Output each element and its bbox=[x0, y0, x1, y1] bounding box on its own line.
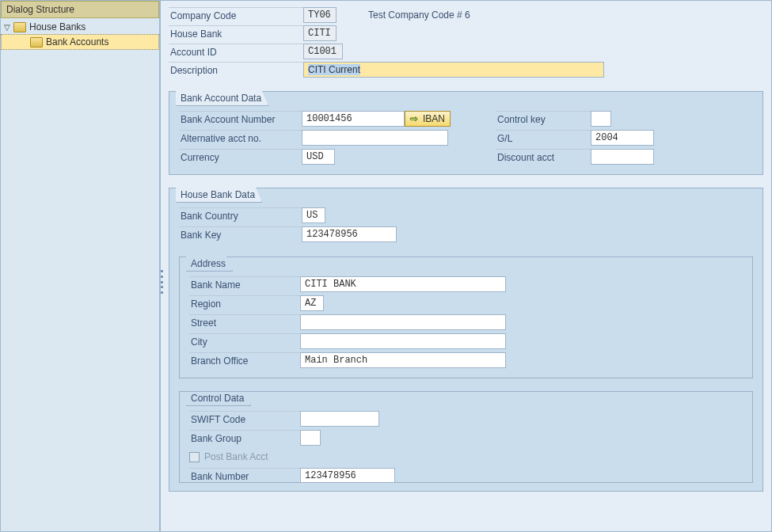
group-title: Bank Account Data bbox=[176, 91, 268, 106]
row-company-code: Company Code TY06 Test Company Code # 6 bbox=[169, 6, 763, 24]
bank-account-number-label: Bank Account Number bbox=[179, 111, 302, 127]
bank-name-label: Bank Name bbox=[189, 276, 300, 293]
app-container: Dialog Structure ▽ House Banks Bank Acco… bbox=[0, 0, 772, 532]
description-label: Description bbox=[169, 62, 303, 78]
swift-code-field[interactable] bbox=[300, 411, 379, 427]
bank-country-field[interactable]: US bbox=[302, 207, 325, 223]
alt-acct-label: Alternative acct no. bbox=[179, 130, 302, 146]
city-label: City bbox=[189, 333, 300, 350]
group-title: House Bank Data bbox=[176, 188, 262, 203]
alt-acct-field[interactable] bbox=[302, 130, 448, 146]
group-title: Control Data bbox=[186, 391, 251, 406]
bank-number-label: Bank Number bbox=[189, 468, 300, 484]
row-description: Description CITI Current bbox=[169, 61, 763, 78]
group-bank-account-data: Bank Account Data Bank Account Number 10… bbox=[169, 91, 763, 175]
discount-acct-label: Discount acct bbox=[496, 149, 591, 165]
group-house-bank-data: House Bank Data Bank Country US Bank Key… bbox=[169, 188, 763, 492]
bank-country-label: Bank Country bbox=[179, 207, 302, 224]
arrow-right-icon: ⇨ bbox=[410, 113, 418, 124]
control-key-label: Control key bbox=[496, 111, 591, 127]
bank-group-label: Bank Group bbox=[189, 430, 300, 446]
swift-code-label: SWIFT Code bbox=[189, 411, 300, 428]
company-code-label: Company Code bbox=[169, 7, 303, 24]
row-house-bank: House Bank CITI bbox=[169, 25, 763, 42]
region-label: Region bbox=[189, 295, 300, 312]
bank-account-number-field[interactable]: 10001456 bbox=[302, 111, 405, 127]
gl-field[interactable]: 2004 bbox=[591, 130, 654, 146]
street-label: Street bbox=[189, 314, 300, 331]
currency-label: Currency bbox=[179, 149, 302, 165]
post-bank-acct-checkbox[interactable] bbox=[189, 452, 200, 462]
description-field[interactable]: CITI Current bbox=[303, 62, 604, 78]
bank-key-field[interactable]: 123478956 bbox=[302, 226, 397, 242]
branch-office-field[interactable]: Main Branch bbox=[300, 352, 506, 368]
group-address: Address Bank Name CITI BANK Region AZ St… bbox=[179, 256, 753, 378]
tree-toggle-icon[interactable]: ▽ bbox=[4, 23, 13, 32]
sidebar-title: Dialog Structure bbox=[1, 1, 159, 18]
group-control-data: Control Data SWIFT Code Bank Group Po bbox=[179, 391, 753, 483]
tree-item-label: Bank Accounts bbox=[46, 36, 108, 48]
tree-item-label: House Banks bbox=[29, 21, 86, 32]
iban-button[interactable]: ⇨ IBAN bbox=[405, 111, 451, 127]
bank-key-label: Bank Key bbox=[179, 226, 302, 243]
company-code-field[interactable]: TY06 bbox=[303, 7, 337, 23]
folder-open-icon bbox=[30, 37, 43, 48]
control-key-field[interactable] bbox=[591, 111, 611, 127]
region-field[interactable]: AZ bbox=[300, 295, 324, 311]
splitter-handle[interactable] bbox=[161, 270, 164, 294]
bank-group-field[interactable] bbox=[300, 430, 321, 446]
bank-name-field[interactable]: CITI BANK bbox=[300, 276, 506, 292]
iban-button-label: IBAN bbox=[423, 113, 445, 124]
sidebar: Dialog Structure ▽ House Banks Bank Acco… bbox=[1, 1, 161, 531]
street-field[interactable] bbox=[300, 314, 506, 330]
account-id-field[interactable]: C1001 bbox=[303, 44, 343, 59]
house-bank-field[interactable]: CITI bbox=[303, 25, 337, 41]
house-bank-label: House Bank bbox=[169, 25, 303, 42]
discount-acct-field[interactable] bbox=[591, 149, 654, 165]
post-bank-acct-label: Post Bank Acct bbox=[204, 451, 268, 462]
group-title: Address bbox=[186, 256, 233, 272]
main-panel: Company Code TY06 Test Company Code # 6 … bbox=[161, 1, 771, 531]
tree-item-bank-accounts[interactable]: Bank Accounts bbox=[1, 34, 159, 50]
city-field[interactable] bbox=[300, 333, 506, 349]
branch-office-label: Branch Office bbox=[189, 352, 300, 369]
tree: ▽ House Banks Bank Accounts bbox=[1, 18, 159, 51]
account-id-label: Account ID bbox=[169, 44, 303, 60]
row-account-id: Account ID C1001 bbox=[169, 43, 763, 60]
bank-number-field[interactable]: 123478956 bbox=[300, 468, 395, 483]
tree-item-house-banks[interactable]: ▽ House Banks bbox=[1, 20, 159, 34]
gl-label: G/L bbox=[496, 130, 591, 146]
currency-field[interactable]: USD bbox=[302, 149, 335, 165]
folder-icon bbox=[13, 22, 26, 32]
company-text: Test Company Code # 6 bbox=[368, 10, 470, 21]
